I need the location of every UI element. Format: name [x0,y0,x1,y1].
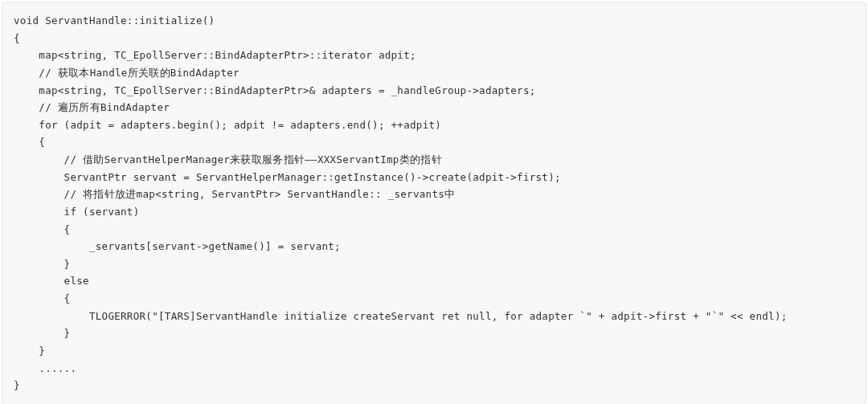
code-line: // 借助ServantHelperManager来获取服务指针——XXXSer… [14,151,854,169]
code-line: } [14,342,854,360]
code-line: map<string, TC_EpollServer::BindAdapterP… [14,47,854,64]
code-line: { [14,221,854,239]
code-line: if (servant) [14,203,854,221]
code-line: { [14,133,854,151]
code-line: } [14,255,854,273]
code-line: ...... [14,360,854,377]
code-line: _servants[servant->getName()] = servant; [14,238,854,255]
code-line: // 将指针放进map<string, ServantPtr> ServantH… [14,186,854,203]
code-line: // 获取本Handle所关联的BindAdapter [14,64,854,82]
code-line: // 遍历所有BindAdapter [14,99,854,116]
code-line: ServantPtr servant = ServantHelperManage… [14,169,854,186]
code-line: TLOGERROR("[TARS]ServantHandle initializ… [14,308,854,325]
code-block: void ServantHandle::initialize(){ map<st… [2,2,866,404]
code-line: { [14,30,854,47]
code-line: } [14,377,854,394]
code-line: map<string, TC_EpollServer::BindAdapterP… [14,82,854,100]
code-line: void ServantHandle::initialize() [14,12,854,30]
code-content: void ServantHandle::initialize(){ map<st… [14,12,854,394]
code-line: } [14,324,854,342]
code-line: { [14,290,854,308]
code-line: for (adpit = adapters.begin(); adpit != … [14,116,854,134]
code-line: else [14,272,854,290]
